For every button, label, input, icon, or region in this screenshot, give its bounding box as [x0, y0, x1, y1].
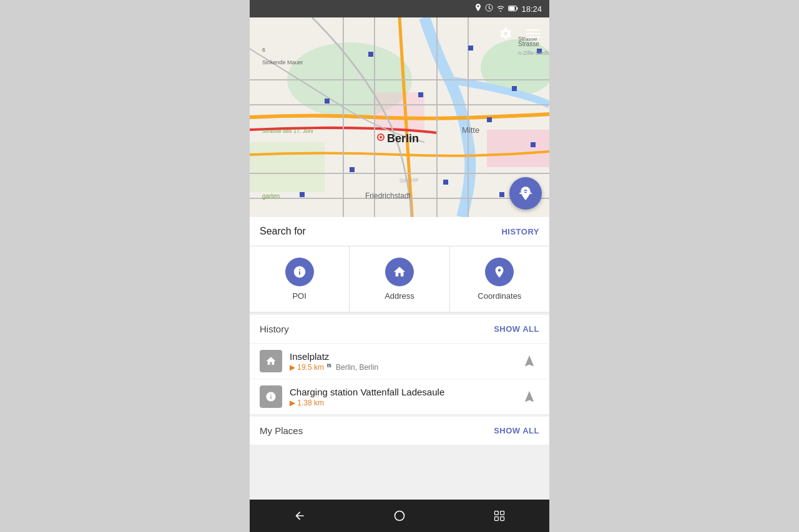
svg-rect-52 [495, 511, 499, 515]
hamburger-line-1 [526, 29, 540, 31]
status-time: 18:24 [521, 4, 542, 14]
my-places-show-all-button[interactable]: SHOW ALL [494, 426, 539, 435]
svg-text:Sinkende Mauer: Sinkende Mauer [262, 59, 303, 65]
svg-rect-7 [250, 142, 325, 192]
wifi-status-icon [496, 3, 505, 14]
svg-rect-9 [375, 92, 424, 130]
search-panel: Search for HISTORY POI Addr [250, 217, 549, 312]
inselplatz-name: Inselplatz [290, 351, 512, 362]
inselplatz-meta: ▶ 19.5 km Berlin, Berlin [290, 363, 512, 372]
charging-station-meta: ▶ 1.38 km [290, 399, 512, 407]
history-header: History SHOW ALL [250, 315, 549, 343]
coordinates-icon-circle [485, 258, 514, 286]
search-for-label: Search for [260, 226, 306, 237]
svg-rect-3 [509, 7, 515, 11]
address-label: Address [385, 291, 414, 301]
svg-text:Friedrichstadt: Friedrichstadt [365, 191, 411, 200]
svg-rect-8 [487, 130, 549, 167]
hamburger-line-2 [526, 33, 540, 34]
status-bar: 18:24 [250, 0, 549, 17]
home-button[interactable] [388, 505, 411, 527]
charging-station-icon [260, 385, 282, 408]
svg-text:Strasse des 17. Juni: Strasse des 17. Juni [262, 128, 313, 134]
my-places-title: My Places [260, 425, 303, 436]
recents-button[interactable] [488, 505, 511, 527]
svg-rect-22 [325, 99, 330, 104]
address-category-button[interactable]: Address [350, 246, 449, 312]
charging-station-name: Charging station Vattenfall Ladesaule [290, 387, 512, 397]
svg-rect-26 [350, 167, 355, 172]
svg-rect-27 [443, 180, 448, 185]
svg-rect-18 [368, 52, 373, 57]
my-places-bar: My Places SHOW ALL [250, 417, 549, 445]
svg-text:Berlin: Berlin [387, 132, 419, 145]
poi-label: POI [292, 291, 306, 301]
history-panel: History SHOW ALL Inselplatz ▶ 19.5 km [250, 315, 549, 414]
coordinates-category-button[interactable]: Coordinates [450, 246, 549, 312]
svg-rect-29 [499, 192, 504, 197]
svg-text:Mitte: Mitte [462, 125, 479, 135]
history-item-inselplatz[interactable]: Inselplatz ▶ 19.5 km Berlin, Berlin [250, 343, 549, 379]
search-header: Search for HISTORY [250, 217, 549, 246]
svg-rect-53 [501, 511, 504, 515]
svg-point-32 [380, 136, 382, 138]
status-icons: 18:24 [474, 3, 542, 14]
settings-button[interactable] [494, 22, 517, 45]
inselplatz-distance: ▶ 19.5 km [290, 363, 324, 372]
bottom-navigation [250, 500, 549, 532]
svg-text:garten: garten [262, 193, 280, 200]
svg-rect-2 [517, 7, 518, 10]
charging-station-distance: ▶ 1.38 km [290, 399, 324, 407]
back-button[interactable] [288, 505, 311, 527]
svg-rect-19 [468, 46, 473, 51]
svg-rect-55 [501, 517, 504, 521]
clock-status-icon [485, 4, 493, 14]
history-show-all-button[interactable]: SHOW ALL [494, 324, 539, 334]
map-area: Berlin Mitte Friedrichstadt garten Kraus… [250, 17, 549, 217]
search-categories: POI Address Coordinates [250, 246, 549, 312]
address-icon-circle [385, 258, 414, 286]
svg-text:6: 6 [262, 47, 265, 53]
charging-station-navigate-button[interactable] [519, 387, 539, 407]
history-title: History [260, 324, 289, 334]
svg-rect-54 [495, 517, 499, 521]
history-button[interactable]: HISTORY [501, 227, 539, 236]
inselplatz-content: Inselplatz ▶ 19.5 km Berlin, Berlin [290, 351, 512, 372]
charging-station-content: Charging station Vattenfall Ladesaule ▶ … [290, 387, 512, 407]
hamburger-line-3 [526, 37, 540, 38]
svg-rect-20 [512, 86, 517, 91]
inselplatz-navigate-button[interactable] [519, 351, 539, 371]
inselplatz-location: Berlin, Berlin [327, 363, 378, 372]
svg-text:n-Zille-Siedlung: n-Zille-Siedlung [518, 50, 549, 56]
battery-status-icon [508, 3, 518, 14]
history-item-charging-station[interactable]: Charging station Vattenfall Ladesaule ▶ … [250, 379, 549, 414]
svg-rect-24 [487, 117, 492, 122]
svg-rect-23 [418, 92, 423, 97]
location-fab-button[interactable] [509, 177, 542, 210]
hamburger-menu-button[interactable] [522, 22, 544, 45]
coordinates-label: Coordinates [478, 291, 521, 301]
inselplatz-icon [260, 350, 282, 372]
svg-rect-25 [531, 142, 536, 147]
location-status-icon [474, 4, 482, 14]
map-top-buttons [494, 22, 544, 45]
svg-rect-28 [300, 192, 305, 197]
poi-icon-circle [285, 258, 314, 286]
poi-category-button[interactable]: POI [250, 246, 350, 312]
svg-point-51 [395, 511, 404, 521]
